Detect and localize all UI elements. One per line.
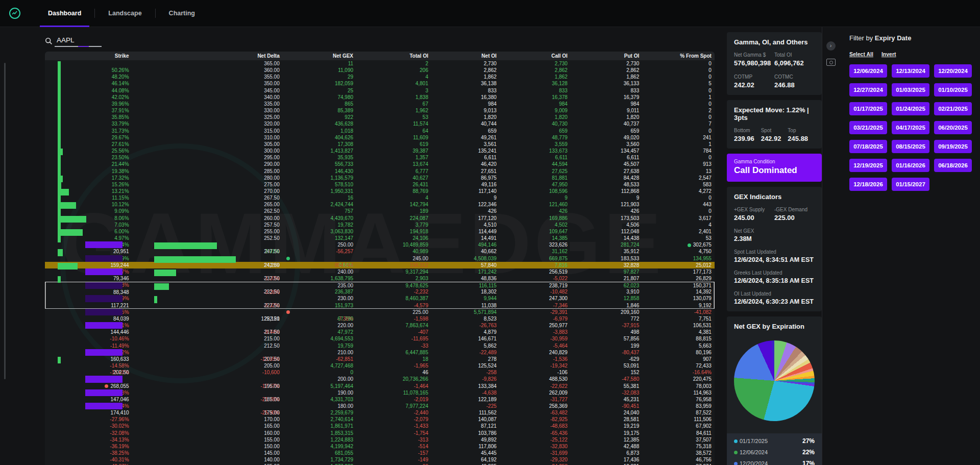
table-row[interactable]: 290.00556,73313,67446,42044,59445,507913… (45, 161, 715, 167)
column-header[interactable]: Net OI (431, 52, 500, 60)
column-header[interactable]: Put OI (571, 52, 642, 60)
table-row[interactable]: 165.001,861,971-1,43387,121-48,68319,219… (45, 423, 715, 429)
table-row[interactable]: 210.006,447,885-22,489240,829-80,43780,1… (45, 349, 715, 356)
app-logo-icon[interactable] (9, 8, 20, 19)
table-row[interactable]: 265.002,424,744142,794122,346121,460121,… (45, 201, 715, 208)
expiry-date-button[interactable]: 12/13/2024 (892, 64, 929, 78)
column-header[interactable]: Net Delta (132, 52, 283, 60)
collapse-panel-button[interactable]: › (826, 41, 836, 51)
table-row[interactable]: 217.5047,972-4074,879-3,8834984,381-10.4… (45, 329, 715, 335)
table-row[interactable]: 360.0011,0902062,8622,8622,862048.20% (45, 67, 715, 74)
table-row[interactable]: 305.0017,3086193,5613,5593,560125.56% (45, 141, 715, 148)
expiry-date-button[interactable]: 03/21/2025 (849, 121, 887, 134)
column-header[interactable]: Net GEX (283, 52, 356, 60)
table-row[interactable]: 180.007,977,224-225258,369-90,45183,9591… (45, 403, 715, 409)
expiry-date-button[interactable]: 01/24/2025 (892, 102, 929, 115)
table-row[interactable]: 355.002941,8621,8621,862046.14% (45, 74, 715, 80)
expiry-date-button[interactable]: 06/18/2026 (934, 159, 972, 172)
table-row[interactable]: 185.004,331,703-2,019122,189-31,72745,23… (45, 396, 715, 403)
table-row[interactable]: 235.009,478,625116,115238,71962,023150,3… (45, 282, 715, 288)
tab-landscape[interactable]: Landscape (95, 0, 155, 27)
table-row[interactable]: 160.001,853,315-1,754103,786-65,43619,17… (45, 430, 715, 436)
table-row[interactable]: 300.001,413,82739,387135,241133,673134,4… (45, 148, 715, 154)
table-row[interactable]: 275.00578,51026,43149,11647,95048,533583… (45, 181, 715, 188)
table-row[interactable]: 135.001,277,282-6949,895-24,25312,82137,… (45, 463, 715, 465)
table-row[interactable]: 227.50151,973-4,57911,038-7,3461,8469,19… (45, 302, 715, 309)
table-row[interactable]: 215.004,694,553-11,695146,671-30,95957,8… (45, 335, 715, 342)
table-row[interactable]: 145.00681,055-15745,445-31,6996,87338,57… (45, 450, 715, 456)
table-row[interactable]: 257.5019,7823,7794,5104,5024,50646.00% (45, 222, 715, 228)
column-header[interactable]: % From Spot (642, 52, 715, 60)
expiry-date-button[interactable]: 12/06/2024 (849, 64, 887, 78)
table-row[interactable]: 320.00436,62811,57440,74440,73040,737731… (45, 120, 715, 127)
filter-action-select-all[interactable]: Select All (849, 51, 873, 57)
ticker-search-input[interactable] (53, 35, 100, 46)
table-row[interactable]: 150.004,199,942-514117,806-32,83042,4887… (45, 443, 715, 450)
table-row[interactable]: 330.0085,3891,9629,0139,0099,011235.85% (45, 107, 715, 114)
table-row[interactable]: 140.001,734,729-14964,192-29,32017,43646… (45, 456, 715, 463)
table-row[interactable]: 237.501,638,7952,90348,836-5,02221,80726… (45, 275, 715, 282)
table-row[interactable]: 202.50-10,600046-258-106152-16.64% (45, 369, 715, 376)
table-row[interactable]: 270.001,950,33188,769117,140108,596112,8… (45, 188, 715, 194)
table-row[interactable]: 230.008,460,3879,944247,30012,858130,079… (45, 295, 715, 302)
table-row[interactable]: 195.005,197,464-1,464133,384-22,62255,38… (45, 383, 715, 389)
table-row[interactable]: 170.002,740,614-2,079140,087-82,92528,58… (45, 416, 715, 423)
table-row[interactable]: 242.50854,544156,31257,8407,81632,82825,… (45, 262, 715, 268)
column-header[interactable]: Total OI (356, 52, 431, 60)
expiry-date-button[interactable]: 07/18/2025 (849, 140, 887, 153)
filter-action-invert[interactable]: Invert (881, 51, 896, 57)
table-row[interactable]: 252.50132,14724,10614,49114,38514,438533… (45, 235, 715, 241)
table-row[interactable]: 207.50-62,85118278-1,536-629907-14.58% (45, 356, 715, 362)
legend-item[interactable]: 12/06/202422% (734, 447, 815, 458)
table-row[interactable]: 315.001,01864659659659029.67% (45, 128, 715, 134)
expiry-date-button[interactable]: 01/15/2027 (892, 178, 929, 191)
table-row[interactable]: 240.009,317,294171,242256,51997,827177,1… (45, 268, 715, 275)
column-header[interactable]: Call OI (500, 52, 571, 60)
expiry-date-button[interactable]: 12/27/2024 (849, 83, 887, 96)
table-row[interactable]: 280.001,136,57940,62786,97581,88184,4282… (45, 175, 715, 181)
table-row[interactable]: 335.0086567984984984037.91% (45, 101, 715, 107)
table-row[interactable]: 225.005,571,894-29,391209,160-41,08284,0… (45, 309, 715, 315)
legend-item[interactable]: 01/17/202527% (734, 435, 815, 447)
expiry-date-button[interactable]: 01/17/2025 (849, 102, 887, 115)
table-row[interactable]: 325.00922531,8201,8201,820033.79% (45, 114, 715, 120)
table-row[interactable]: 222.5067,790-1,5988,523-6,9797727,751-8.… (45, 315, 715, 322)
camera-snapshot-icon[interactable] (826, 59, 836, 66)
expiry-date-button[interactable]: 04/17/2025 (892, 121, 929, 134)
table-row[interactable]: 295.0035,9351,3576,6116,6116,611021.44% (45, 154, 715, 161)
expiry-date-button[interactable]: 12/20/2024 (934, 64, 972, 78)
tab-dashboard[interactable]: Dashboard (35, 0, 94, 27)
table-row[interactable]: 175.002,259,679-2,440111,562-63,48224,04… (45, 409, 715, 416)
expiry-date-button[interactable]: 12/18/2026 (849, 178, 887, 191)
table-row[interactable]: 247.50-56,25740,98940,66231,16235,9124,7… (45, 248, 715, 255)
left-scrollbar[interactable] (4, 63, 6, 379)
table-row[interactable]: 255.003,063,830194,918114,449109,647112,… (45, 228, 715, 235)
table-row[interactable]: 365.001122,7302,7302,730050.26% (45, 60, 715, 67)
expiry-date-button[interactable]: 08/15/2025 (892, 140, 929, 153)
table-row[interactable]: 212.5019,759-335,862-5,4641995,663-12.52… (45, 342, 715, 349)
table-row[interactable]: 200.0020,736,266-9,826488,530-47,580220,… (45, 376, 715, 382)
expiry-date-button[interactable]: 01/10/2025 (934, 83, 972, 96)
table-row[interactable]: 232.50236,387-2,23218,302-10,4823,91014,… (45, 288, 715, 295)
table-row[interactable]: 260.004,439,670224,087177,120169,886173,… (45, 215, 715, 222)
table-row[interactable]: 190.0011,078,165-4,638262,009-32,083114,… (45, 389, 715, 396)
table-row[interactable]: 220.007,863,674-26,763250,977-37,915106,… (45, 322, 715, 329)
table-row[interactable]: 155.001,224,883-31349,892-25,12212,38537… (45, 436, 715, 443)
table-row[interactable]: 205.004,727,468-1,965125,524-19,34253,09… (45, 362, 715, 369)
table-row[interactable]: 262.5075718942642642608.06% (45, 208, 715, 214)
expiry-date-button[interactable]: 01/03/2025 (892, 83, 929, 96)
table-row[interactable]: 345.00253833833833042.02% (45, 87, 715, 94)
legend-item[interactable]: 12/20/202417% (734, 458, 815, 465)
table-row[interactable]: 285.00146,4306,77727,65127,62527,6381317… (45, 168, 715, 175)
net-gex-pie-chart[interactable] (734, 340, 815, 421)
column-header[interactable]: Strike (45, 52, 132, 60)
expiry-date-button[interactable]: 06/20/2025 (934, 121, 972, 134)
expiry-date-button[interactable]: 01/16/2026 (892, 159, 929, 172)
table-row[interactable]: 250.0010,489,859494,146323,626281,724302… (45, 241, 715, 248)
expiry-date-button[interactable]: 09/19/2025 (934, 140, 972, 153)
table-row[interactable]: 267.50164999010.12% (45, 194, 715, 201)
expiry-date-button[interactable]: 02/21/2025 (934, 102, 972, 115)
tab-charting[interactable]: Charting (156, 0, 208, 27)
expiry-date-button[interactable]: 12/19/2025 (849, 159, 887, 172)
table-row[interactable]: 310.00404,62611,60949,26148,77949,020241… (45, 134, 715, 141)
